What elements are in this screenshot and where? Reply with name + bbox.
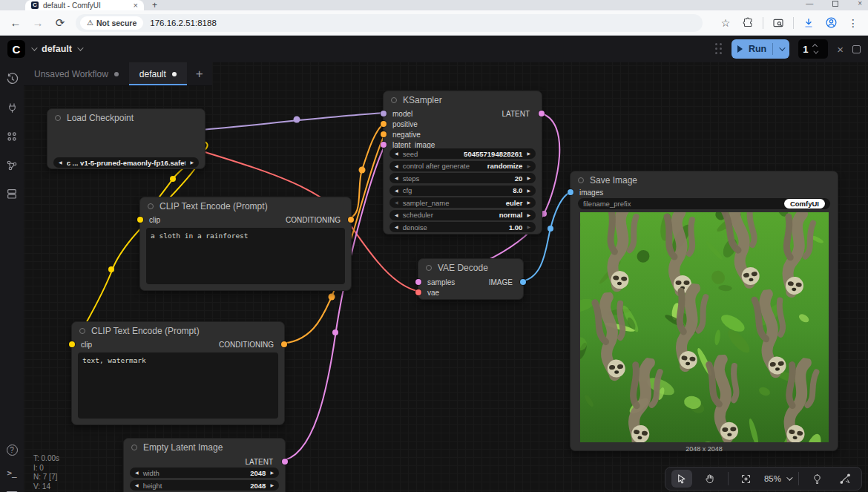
collapse-dot-icon[interactable] [578,177,584,183]
address-bar[interactable]: ⚠ Not secure 176.16.2.51:8188 [76,14,703,32]
collapse-dot-icon[interactable] [131,445,137,450]
pan-tool-button[interactable] [700,470,720,488]
node-clip-text-encode-positive[interactable]: CLIP Text Encode (Prompt) clip CONDITION… [139,197,352,291]
downloads-button[interactable] [798,13,819,33]
toggle-link-visibility-button[interactable] [835,470,855,488]
decrement-icon[interactable]: ◀ [395,225,398,229]
extensions-button[interactable] [737,13,758,33]
widget-sampler-name[interactable]: ◀ sampler_name euler ▶ [389,197,536,208]
toggle-theme-button[interactable] [806,470,827,488]
input-port-model[interactable] [381,111,387,117]
stop-button[interactable] [852,45,861,53]
decrement-icon[interactable]: ◀ [395,188,398,193]
input-port-samples[interactable] [415,279,421,285]
widget-steps[interactable]: ◀ steps 20 ▶ [389,173,536,183]
fit-view-button[interactable] [736,470,757,488]
collapse-dot-icon[interactable] [426,265,432,271]
forward-button[interactable]: → [27,16,49,29]
node-vae-decode[interactable]: VAE Decode samples vae IMAGE [418,258,524,300]
chevron-down-icon[interactable] [31,45,37,50]
window-maximize-button[interactable] [832,1,838,7]
decrement-icon[interactable]: ◀ [395,176,398,180]
widget-height[interactable]: ◀ height 2048 ▶ [130,480,279,491]
new-tab-button[interactable]: + [152,0,157,10]
increment-icon[interactable]: ▶ [527,213,530,217]
security-chip[interactable]: ⚠ Not secure [80,16,143,30]
sidebar-node-library-button[interactable] [0,126,24,147]
workflow-menu[interactable]: default [42,44,82,54]
input-port-images[interactable] [568,189,573,195]
widget-scheduler[interactable]: ◀ scheduler normal ▶ [389,210,536,220]
cancel-run-button[interactable]: × [837,43,844,56]
widget-control-after-generate[interactable]: ◀ control after generate randomize ▶ [389,161,536,171]
zoom-level-control[interactable]: 85% [764,474,791,483]
node-empty-latent-image[interactable]: Empty Latent Image LATENT ◀ width 2048 ▶… [123,438,286,492]
reading-mode-button[interactable] [768,13,789,33]
increment-icon[interactable]: ▶ [527,151,530,156]
increment-icon[interactable]: ▶ [190,160,194,165]
increment-icon[interactable]: ▶ [527,176,530,180]
widget-seed[interactable]: ◀ seed 504557194828261 ▶ [389,148,536,159]
decrement-icon[interactable]: ◀ [395,164,398,168]
decrement-icon[interactable]: ◀ [395,200,398,205]
widget-denoise[interactable]: ◀ denoise 1.00 ▶ [389,222,536,232]
chevron-down-icon[interactable] [814,48,819,53]
node-header[interactable]: Load Checkpoint [47,109,205,127]
output-port-latent[interactable] [539,111,545,117]
chevron-down-icon[interactable] [779,45,785,50]
node-clip-text-encode-negative[interactable]: CLIP Text Encode (Prompt) clip CONDITION… [71,321,285,425]
sidebar-node-templates-button[interactable] [0,97,24,118]
sidebar-queue-history-button[interactable] [0,68,24,89]
increment-icon[interactable]: ▶ [527,188,530,193]
input-port-positive[interactable] [381,121,387,127]
output-port-latent[interactable] [282,459,288,465]
chevron-up-icon[interactable] [812,43,818,48]
decrement-icon[interactable]: ◀ [395,151,398,156]
window-close-button[interactable]: × [858,0,862,7]
collapse-dot-icon[interactable] [391,97,397,103]
profile-button[interactable] [821,13,841,33]
input-port-vae[interactable] [415,289,421,295]
node-ksampler[interactable]: KSampler model positive negative latent_… [383,91,542,234]
prompt-textarea[interactable]: text, watermark [78,352,278,419]
decrement-icon[interactable]: ◀ [59,160,62,165]
sidebar-model-library-button[interactable] [0,155,24,176]
generated-image-preview[interactable] [580,212,829,442]
browser-tab[interactable]: C default - ComfyUI × [25,0,144,10]
increment-icon[interactable]: ▶ [527,200,530,205]
sidebar-help-button[interactable]: ? [0,439,24,460]
input-port-negative[interactable] [381,131,387,137]
new-workflow-button[interactable]: + [187,62,212,85]
node-load-checkpoint[interactable]: Load Checkpoint MODEL CLIP VAE ◀ c ... v… [47,108,206,169]
decrement-icon[interactable]: ◀ [395,213,398,217]
input-port-latent-image[interactable] [381,142,387,148]
decrement-icon[interactable]: ◀ [135,483,139,488]
output-port-conditioning[interactable] [348,217,354,223]
increment-icon[interactable]: ▶ [527,164,530,168]
widget-ckpt-name[interactable]: ◀ c ... v1-5-pruned-emaonly-fp16.safeten… [53,157,199,168]
collapse-dot-icon[interactable] [79,328,85,334]
output-port-conditioning[interactable] [281,341,287,347]
input-port-clip[interactable] [137,217,143,223]
workflow-tab-unsaved[interactable]: Unsaved Workflow [24,62,129,85]
prompt-textarea[interactable]: a sloth in a rainforest [146,228,345,284]
increment-icon[interactable]: ▶ [270,470,274,475]
browser-menu-button[interactable]: ⋮ [843,13,864,33]
window-minimize-button[interactable]: — [806,0,813,7]
collapse-dot-icon[interactable] [55,115,61,121]
increment-icon[interactable]: ▶ [270,483,274,488]
reload-button[interactable]: ⟳ [49,16,71,30]
sidebar-terminal-button[interactable]: >_ [0,462,24,483]
collapse-dot-icon[interactable] [148,203,154,209]
comfyui-logo[interactable]: C [7,40,25,58]
tab-close-icon[interactable]: × [134,1,138,10]
back-button[interactable]: ← [4,16,27,29]
widget-cfg[interactable]: ◀ cfg 8.0 ▶ [389,186,536,196]
select-tool-button[interactable] [671,470,692,488]
increment-icon[interactable]: ▶ [527,225,530,229]
widget-width[interactable]: ◀ width 2048 ▶ [130,468,279,478]
batch-count-stepper[interactable]: 1 [798,39,828,59]
drag-handle-icon[interactable] [715,43,723,55]
workflow-tab-default[interactable]: default [129,62,187,85]
sidebar-shortcuts-button[interactable] [0,485,24,492]
